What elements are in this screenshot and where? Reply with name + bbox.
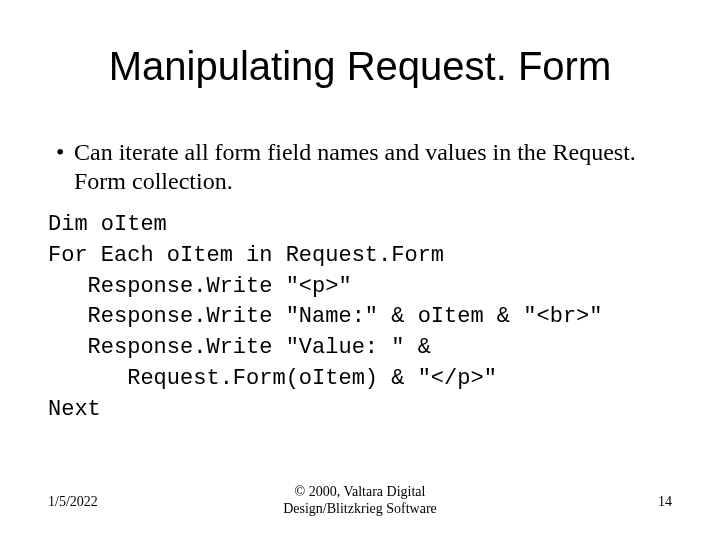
footer-copyright-line2: Design/Blitzkrieg Software bbox=[283, 501, 437, 516]
slide: Manipulating Request. Form •Can iterate … bbox=[0, 0, 720, 540]
bullet-list: •Can iterate all form field names and va… bbox=[56, 138, 676, 197]
code-line-6: Request.Form(oItem) & "</p>" bbox=[48, 366, 497, 391]
bullet-text: Can iterate all form field names and val… bbox=[74, 138, 664, 197]
code-line-2: For Each oItem in Request.Form bbox=[48, 243, 444, 268]
footer-page-number: 14 bbox=[658, 494, 672, 510]
footer-copyright-line1: © 2000, Valtara Digital bbox=[295, 484, 426, 499]
code-line-5: Response.Write "Value: " & bbox=[48, 335, 431, 360]
footer-copyright: © 2000, Valtara Digital Design/Blitzkrie… bbox=[0, 484, 720, 518]
code-block: Dim oItem For Each oItem in Request.Form… bbox=[48, 210, 688, 426]
code-line-1: Dim oItem bbox=[48, 212, 167, 237]
code-line-3: Response.Write "<p>" bbox=[48, 274, 352, 299]
code-line-4: Response.Write "Name:" & oItem & "<br>" bbox=[48, 304, 603, 329]
slide-title: Manipulating Request. Form bbox=[0, 44, 720, 89]
bullet-marker: • bbox=[56, 138, 74, 167]
code-line-7: Next bbox=[48, 397, 101, 422]
